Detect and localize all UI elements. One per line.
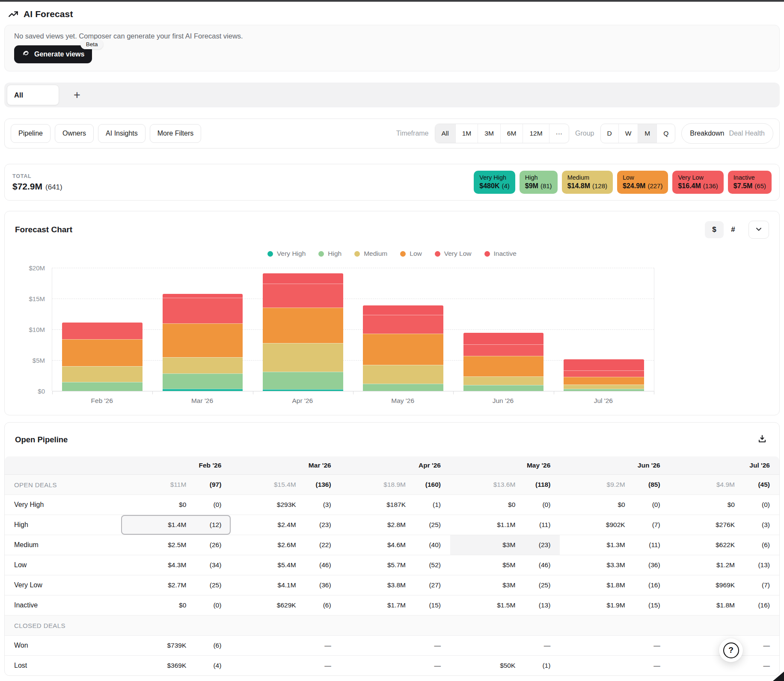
legend-item-very-low[interactable]: Very Low: [435, 250, 472, 258]
stacked-bar-mar-26[interactable]: [163, 294, 243, 391]
legend-item-inactive[interactable]: Inactive: [484, 250, 517, 258]
stacked-bar-apr-26[interactable]: [263, 273, 343, 391]
filter-button-ai-insights[interactable]: AI Insights: [98, 124, 146, 143]
filter-button-pipeline[interactable]: Pipeline: [11, 124, 50, 143]
cell-high-apr-26[interactable]: $2.8M(25): [341, 515, 450, 535]
tab-all[interactable]: All: [7, 85, 59, 105]
cell-medium-may-26[interactable]: $3M(23): [450, 535, 560, 555]
filter-button-more-filters[interactable]: More Filters: [150, 124, 201, 143]
cell-inactive-mar-26[interactable]: $629K(6): [231, 595, 340, 615]
breakdown-value: Deal Health: [729, 130, 765, 137]
group-option-w[interactable]: W: [618, 124, 638, 143]
cell-very-low-feb-26[interactable]: $2.7M(25): [121, 575, 231, 595]
cell-closed-deals-jun-26[interactable]: [560, 616, 669, 635]
cell-very-high-jul-26[interactable]: $0(0): [670, 495, 779, 515]
cell-closed-deals-feb-26[interactable]: [121, 616, 231, 635]
legend-item-medium[interactable]: Medium: [354, 250, 387, 258]
download-icon[interactable]: [755, 432, 769, 447]
cell-very-low-may-26[interactable]: $3M(25): [450, 575, 560, 595]
cell-very-high-mar-26[interactable]: $293K(3): [231, 495, 340, 515]
cell-lost-feb-26[interactable]: $369K(4): [121, 656, 231, 675]
help-button[interactable]: ?: [719, 638, 743, 662]
cell-open-deals-mar-26[interactable]: $15.4M(136): [231, 475, 340, 494]
timeframe-option-1m[interactable]: 1M: [455, 124, 478, 143]
cell-inactive-apr-26[interactable]: $1.7M(15): [341, 595, 450, 615]
cell-very-low-apr-26[interactable]: $3.8M(27): [341, 575, 450, 595]
cell-open-deals-jul-26[interactable]: $4.9M(45): [670, 475, 779, 494]
cell-won-jun-26[interactable]: —: [560, 636, 669, 655]
legend-dot-inactive: [484, 251, 490, 257]
cell-inactive-jul-26[interactable]: $1.8M(16): [670, 595, 779, 615]
group-option-m[interactable]: M: [638, 124, 656, 143]
cell-very-low-jun-26[interactable]: $1.8M(16): [560, 575, 669, 595]
cell-high-jul-26[interactable]: $276K(3): [670, 515, 779, 535]
cell-very-high-apr-26[interactable]: $187K(1): [341, 495, 450, 515]
legend-item-low[interactable]: Low: [400, 250, 422, 258]
stacked-bar-may-26[interactable]: [363, 305, 443, 391]
cell-closed-deals-may-26[interactable]: [450, 616, 560, 635]
cell-low-feb-26[interactable]: $4.3M(34): [121, 555, 231, 575]
cell-closed-deals-jul-26[interactable]: [670, 616, 779, 635]
timeframe-option-all[interactable]: All: [435, 124, 455, 143]
cell-medium-apr-26[interactable]: $4.6M(40): [341, 535, 450, 555]
collapse-chart-button[interactable]: [748, 221, 769, 239]
cell-open-deals-apr-26[interactable]: $18.9M(160): [341, 475, 450, 494]
timeframe-option-12m[interactable]: 12M: [523, 124, 549, 143]
cell-low-apr-26[interactable]: $5.7M(52): [341, 555, 450, 575]
cell-lost-jun-26[interactable]: —: [560, 656, 669, 675]
timeframe-option-item[interactable]: ···: [549, 124, 569, 143]
cell-low-jul-26[interactable]: $1.2M(13): [670, 555, 779, 575]
group-option-q[interactable]: Q: [656, 124, 675, 143]
cell-low-may-26[interactable]: $5M(46): [450, 555, 560, 575]
cell-medium-mar-26[interactable]: $2.6M(22): [231, 535, 340, 555]
breakdown-button[interactable]: Breakdown Deal Health: [681, 123, 773, 144]
x-axis-labels: Feb '26Mar '26Apr '26May '26Jun '26Jul '…: [52, 397, 653, 405]
cell-very-high-may-26[interactable]: $0(0): [450, 495, 560, 515]
cell-lost-apr-26[interactable]: —: [341, 656, 450, 675]
cell-open-deals-feb-26[interactable]: $11M(97): [121, 475, 231, 494]
cell-lost-may-26[interactable]: $50K(1): [450, 656, 560, 675]
cell-open-deals-jun-26[interactable]: $9.2M(85): [560, 475, 669, 494]
count-toggle-button[interactable]: #: [724, 221, 742, 238]
add-view-button[interactable]: +: [70, 89, 84, 101]
cell-low-mar-26[interactable]: $5.4M(46): [231, 555, 340, 575]
table-row-lost: Lost$369K(4)——$50K(1)——: [5, 656, 779, 675]
stacked-bar-jul-26[interactable]: [564, 359, 644, 391]
cell-very-low-jul-26[interactable]: $969K(7): [670, 575, 779, 595]
cell-high-may-26[interactable]: $1.1M(11): [450, 515, 560, 535]
column-header-label: May '26: [450, 462, 560, 469]
cell-inactive-feb-26[interactable]: $0(0): [121, 595, 231, 615]
cell-open-deals-may-26[interactable]: $13.6M(118): [450, 475, 560, 494]
currency-toggle-button[interactable]: $: [705, 221, 724, 238]
filter-button-owners[interactable]: Owners: [55, 124, 94, 143]
group-segmented: DWMQ: [600, 124, 676, 143]
cell-high-mar-26[interactable]: $2.4M(23): [231, 515, 340, 535]
cell-medium-jun-26[interactable]: $1.3M(11): [560, 535, 669, 555]
cell-count: (11): [625, 541, 670, 549]
cell-inactive-jun-26[interactable]: $1.9M(15): [560, 595, 669, 615]
legend-item-high[interactable]: High: [318, 250, 342, 258]
group-option-d[interactable]: D: [601, 124, 618, 143]
stacked-bar-jun-26[interactable]: [463, 333, 543, 391]
cell-very-high-feb-26[interactable]: $0(0): [121, 495, 231, 515]
timeframe-option-6m[interactable]: 6M: [500, 124, 523, 143]
cell-medium-feb-26[interactable]: $2.5M(26): [121, 535, 231, 555]
cell-very-high-jun-26[interactable]: $0(0): [560, 495, 669, 515]
cell-lost-mar-26[interactable]: —: [231, 656, 340, 675]
cell-won-feb-26[interactable]: $739K(6): [121, 636, 231, 655]
cell-inactive-may-26[interactable]: $1.5M(13): [450, 595, 560, 615]
cell-closed-deals-mar-26[interactable]: [231, 616, 340, 635]
legend-item-very-high[interactable]: Very High: [267, 250, 306, 258]
cell-won-mar-26[interactable]: —: [231, 636, 340, 655]
cell-medium-jul-26[interactable]: $622K(6): [670, 535, 779, 555]
cell-high-jun-26[interactable]: $902K(7): [560, 515, 669, 535]
cell-won-apr-26[interactable]: —: [341, 636, 450, 655]
stacked-bar-feb-26[interactable]: [62, 323, 142, 391]
cell-closed-deals-apr-26[interactable]: [341, 616, 450, 635]
timeframe-option-3m[interactable]: 3M: [478, 124, 500, 143]
generate-views-button[interactable]: Generate views: [14, 45, 92, 63]
cell-very-low-mar-26[interactable]: $4.1M(36): [231, 575, 340, 595]
cell-high-feb-26[interactable]: $1.4M(12): [121, 515, 231, 535]
cell-low-jun-26[interactable]: $3.3M(36): [560, 555, 669, 575]
cell-won-may-26[interactable]: —: [450, 636, 560, 655]
